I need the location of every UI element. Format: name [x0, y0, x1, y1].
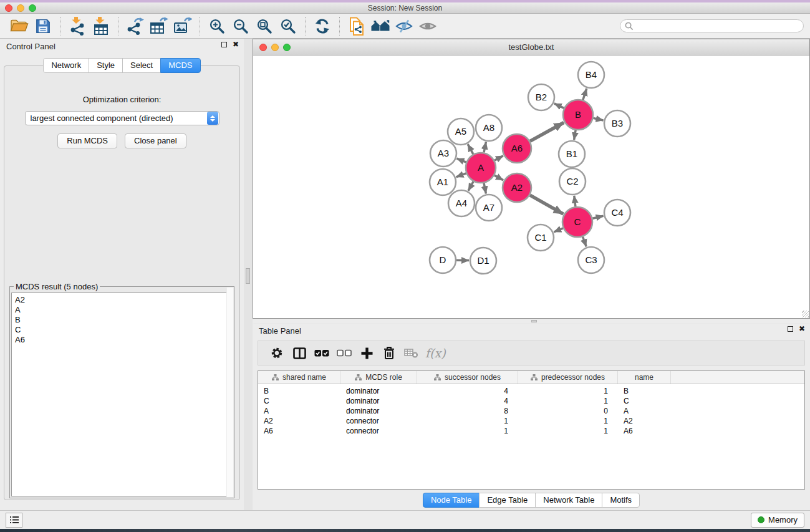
- show-all-button[interactable]: [416, 16, 440, 37]
- graph-node-B4[interactable]: B4: [578, 62, 604, 88]
- table-tab-motifs[interactable]: Motifs: [602, 493, 640, 508]
- close-panel-button[interactable]: Close panel: [125, 133, 186, 148]
- graph-edge-C-C1[interactable]: [554, 228, 563, 232]
- open-session-button[interactable]: [7, 16, 31, 37]
- memory-button[interactable]: Memory: [751, 513, 804, 528]
- mcds-result-item[interactable]: A6: [15, 335, 229, 345]
- control-tab-select[interactable]: Select: [122, 58, 161, 73]
- graph-node-D[interactable]: D: [430, 247, 456, 273]
- graph-node-B2[interactable]: B2: [528, 84, 554, 110]
- table-row[interactable]: A6connector11A6: [258, 426, 804, 436]
- select-all-button[interactable]: [311, 342, 333, 364]
- mcds-result-item[interactable]: C: [15, 325, 229, 335]
- column-header-predecessor-nodes[interactable]: predecessor nodes: [518, 371, 618, 384]
- zoom-selected-button[interactable]: [276, 16, 300, 37]
- control-tab-mcds[interactable]: MCDS: [160, 58, 200, 73]
- window-minimize-button[interactable]: [17, 4, 24, 12]
- float-table-panel-icon[interactable]: [788, 326, 793, 332]
- graph-edge-B-B3[interactable]: [593, 118, 603, 120]
- graph-node-C[interactable]: C: [562, 207, 592, 237]
- splitter-handle[interactable]: [246, 268, 250, 284]
- graph-edge-C-C3[interactable]: [583, 237, 587, 247]
- table-splitter[interactable]: [253, 319, 810, 323]
- graph-edge-A-A8[interactable]: [484, 142, 486, 153]
- graph-node-B3[interactable]: B3: [604, 110, 630, 137]
- zoom-in-button[interactable]: [205, 16, 229, 37]
- graph-node-C4[interactable]: C4: [604, 200, 630, 226]
- graph-edge-C-C2[interactable]: [574, 196, 576, 206]
- column-header-mcds-role[interactable]: MCDS role: [340, 371, 417, 384]
- graph-edge-A-A2[interactable]: [494, 175, 503, 180]
- window-zoom-button[interactable]: [29, 4, 36, 12]
- hide-selected-button[interactable]: [392, 16, 416, 37]
- home-view-button[interactable]: [369, 16, 392, 37]
- graph-node-C2[interactable]: C2: [559, 168, 586, 195]
- task-history-button[interactable]: [6, 513, 22, 528]
- graph-node-C1[interactable]: C1: [528, 225, 554, 251]
- duplicate-network-button[interactable]: [345, 16, 369, 37]
- network-canvas[interactable]: AA1A2A3A4A5A6A7A8BB1B2B3B4CC1C2C3C4DD1: [253, 56, 809, 318]
- save-session-button[interactable]: [31, 16, 55, 37]
- graph-edge-A6-B[interactable]: [530, 123, 564, 142]
- zoom-fit-button[interactable]: [253, 16, 276, 37]
- graph-edge-A2-C[interactable]: [530, 195, 564, 214]
- network-zoom-button[interactable]: [283, 44, 291, 51]
- app-titlebar[interactable]: Session: New Session: [0, 2, 810, 14]
- network-close-button[interactable]: [259, 44, 267, 51]
- mcds-result-list[interactable]: A2ABCA6: [11, 293, 233, 496]
- graph-node-A[interactable]: A: [466, 153, 496, 183]
- import-network-button[interactable]: [65, 16, 89, 37]
- add-column-button[interactable]: [355, 342, 378, 364]
- graph-node-C3[interactable]: C3: [578, 247, 604, 273]
- graph-edge-A-A5[interactable]: [468, 144, 473, 154]
- control-tab-style[interactable]: Style: [89, 58, 123, 73]
- mcds-result-item[interactable]: B: [15, 315, 229, 325]
- graph-node-A5[interactable]: A5: [448, 118, 474, 145]
- delete-table-button[interactable]: [400, 342, 423, 364]
- graph-edge-A-A4[interactable]: [468, 181, 473, 191]
- run-mcds-button[interactable]: Run MCDS: [57, 133, 117, 148]
- graph-node-B1[interactable]: B1: [559, 141, 585, 167]
- import-table-button[interactable]: [89, 16, 113, 37]
- mcds-result-item[interactable]: A2: [15, 295, 229, 305]
- graph-node-A1[interactable]: A1: [430, 169, 456, 195]
- table-row[interactable]: Cdominator41C: [258, 396, 804, 406]
- graph-node-A2[interactable]: A2: [503, 173, 531, 202]
- apply-layout-button[interactable]: [311, 16, 334, 37]
- export-image-button[interactable]: [171, 16, 195, 37]
- search-input[interactable]: [620, 19, 804, 32]
- graph-node-B[interactable]: B: [563, 100, 593, 130]
- graph-edge-B-B2[interactable]: [554, 104, 564, 108]
- panel-splitter[interactable]: [244, 39, 253, 510]
- table-splitter-handle[interactable]: [531, 320, 537, 322]
- graph-node-D1[interactable]: D1: [470, 248, 496, 274]
- table-row[interactable]: Adominator80A: [258, 406, 804, 416]
- float-panel-icon[interactable]: [221, 42, 227, 47]
- graph-node-A4[interactable]: A4: [448, 190, 475, 216]
- export-table-button[interactable]: [147, 16, 171, 37]
- graph-edge-B-B1[interactable]: [574, 130, 576, 140]
- graph-edge-B-B4[interactable]: [583, 89, 587, 100]
- graph-node-A6[interactable]: A6: [503, 134, 531, 163]
- table-tab-node-table[interactable]: Node Table: [423, 493, 480, 508]
- graph-node-A7[interactable]: A7: [476, 195, 502, 221]
- mcds-result-item[interactable]: A: [15, 305, 229, 315]
- table-row[interactable]: A2connector11A2: [258, 416, 804, 426]
- zoom-out-button[interactable]: [229, 16, 253, 37]
- export-network-button[interactable]: [123, 16, 147, 37]
- network-window-titlebar[interactable]: testGlobe.txt: [253, 39, 809, 56]
- control-tab-network[interactable]: Network: [43, 58, 89, 73]
- graph-edge-A-A3[interactable]: [457, 158, 466, 162]
- graph-edge-A-A7[interactable]: [484, 183, 486, 194]
- show-columns-button[interactable]: [288, 342, 311, 364]
- column-header-shared-name[interactable]: shared name: [258, 371, 340, 384]
- delete-column-button[interactable]: [378, 342, 400, 364]
- graph-edge-A-A1[interactable]: [456, 173, 466, 177]
- graph-edge-C-C4[interactable]: [592, 216, 603, 218]
- column-header-name[interactable]: name: [618, 371, 671, 384]
- function-builder-button[interactable]: f(x): [423, 346, 446, 360]
- graph-edge-A-A6[interactable]: [494, 156, 503, 160]
- table-row[interactable]: Bdominator41B: [258, 386, 804, 396]
- network-minimize-button[interactable]: [271, 44, 279, 51]
- close-table-panel-icon[interactable]: ✖: [799, 326, 805, 332]
